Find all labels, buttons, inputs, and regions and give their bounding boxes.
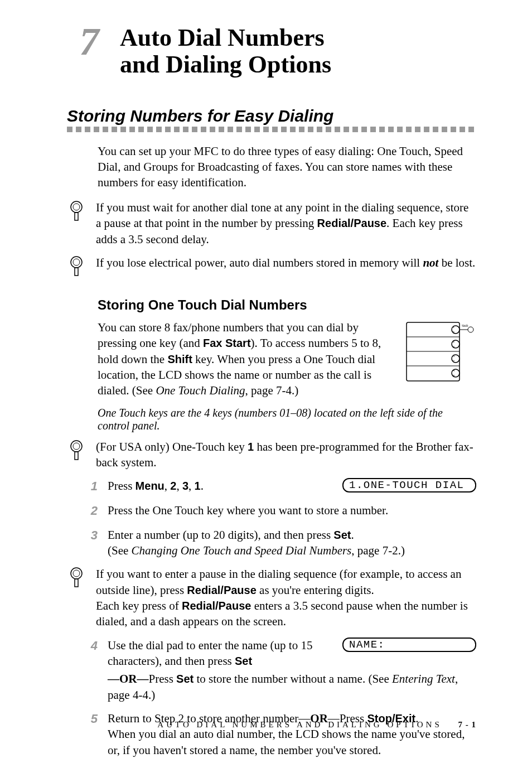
step-number: 1 (84, 478, 98, 495)
note-pause-entry-text: If you want to enter a pause in the dial… (96, 566, 476, 629)
chapter-title: Auto Dial Numbers and Dialing Options (120, 22, 331, 79)
note-pause-text: If you must wait for another dial tone a… (96, 200, 476, 247)
svg-point-23 (468, 327, 473, 332)
key-menu: Menu (136, 480, 165, 492)
ref: Changing One Touch and Speed Dial Number… (132, 544, 352, 557)
svg-text:Shift: Shift (462, 324, 468, 327)
step-number: 4 (84, 638, 98, 669)
chapter-title-line2: and Dialing Options (120, 51, 331, 78)
lightbulb-icon (67, 439, 86, 462)
txt: . (201, 479, 204, 492)
note-usa: (For USA only) One-Touch key 1 has been … (67, 439, 476, 471)
key-set: Set (235, 655, 252, 667)
key-3: 3 (182, 480, 188, 492)
footer-chapter: AUTO DIAL NUMBERS AND DIALING OPTIONS (157, 720, 442, 729)
txt: , page 7-2.) (351, 544, 405, 557)
section-rule (67, 127, 476, 132)
lcd-display: NAME: (342, 638, 476, 652)
svg-point-3 (71, 257, 82, 268)
page-number: 7 - 1 (458, 720, 477, 729)
txt: as you're entering digits. (257, 583, 374, 597)
txt: , (188, 479, 195, 492)
note-power: If you lose electrical power, auto dial … (67, 255, 476, 278)
txt: . (351, 528, 354, 542)
step-2-text: Press the One Touch key where you want t… (108, 503, 476, 518)
svg-point-25 (71, 441, 82, 452)
subheading: Storing One Touch Dial Numbers (98, 297, 476, 313)
step-1-text: Press Menu, 2, 3, 1. (108, 478, 342, 495)
svg-point-29 (73, 570, 80, 577)
txt: , (176, 479, 182, 492)
svg-text:6: 6 (453, 345, 454, 349)
txt: Press (108, 479, 136, 492)
step-3-text: Enter a number (up to 20 digits), and th… (108, 527, 476, 559)
key-1: 1 (248, 441, 254, 453)
keypad-illustration: 15 26 37 48 Shift (404, 320, 476, 386)
lightbulb-icon (67, 566, 86, 590)
ref: One Touch Dialing (156, 384, 245, 397)
or: —OR— (108, 672, 149, 685)
lcd-display: 1.ONE-TOUCH DIAL (342, 478, 476, 492)
note-usa-text: (For USA only) One-Touch key 1 has been … (96, 439, 476, 471)
key-1: 1 (195, 480, 201, 492)
note-power-text: If you lose electrical power, auto dial … (96, 255, 476, 271)
key-fax-start: Fax Start (203, 337, 251, 349)
svg-text:7: 7 (453, 360, 454, 363)
lightbulb-icon (67, 255, 86, 278)
step-4-text-cont: —OR—Press Set to store the number withou… (108, 671, 476, 703)
section-heading: Storing Numbers for Easy Dialing (67, 107, 476, 125)
step-4-text: Use the dial pad to enter the name (up t… (108, 638, 325, 669)
svg-rect-2 (75, 213, 78, 220)
svg-text:1: 1 (453, 325, 454, 329)
key-set: Set (333, 529, 351, 541)
key-redial-pause: Redial/Pause (317, 217, 387, 229)
txt: Each key press of (96, 599, 182, 612)
chapter-header: 7 Auto Dial Numbers and Dialing Options (67, 22, 476, 79)
note-pause-entry: If you want to enter a pause in the dial… (67, 566, 476, 629)
svg-text:5: 5 (453, 331, 454, 334)
svg-text:2: 2 (453, 340, 454, 343)
step-number: 2 (84, 503, 98, 519)
svg-text:4: 4 (453, 369, 454, 372)
step-4-row: 4 Use the dial pad to enter the name (up… (84, 638, 476, 669)
txt: be lost. (438, 256, 475, 269)
txt: (See (108, 544, 132, 557)
txt: , (165, 479, 171, 492)
svg-point-26 (73, 443, 80, 450)
chapter-number: 7 (67, 22, 112, 61)
one-touch-paragraph: You can store 8 fax/phone numbers that y… (98, 320, 393, 399)
step-number: 3 (84, 527, 98, 544)
svg-point-28 (71, 568, 82, 579)
svg-rect-27 (75, 452, 78, 460)
txt: , page 7-4.) (245, 384, 299, 397)
txt: When you dial an auto dial number, the L… (108, 727, 465, 756)
key-set: Set (176, 673, 194, 685)
svg-rect-30 (75, 579, 78, 587)
italic-note: One Touch keys are the 4 keys (numbers 0… (98, 407, 476, 432)
svg-text:3: 3 (453, 354, 454, 358)
step-1-row: 1 Press Menu, 2, 3, 1. 1.ONE-TOUCH DIAL (84, 478, 476, 495)
svg-point-0 (71, 201, 82, 213)
step-2-row: 2 Press the One Touch key where you want… (84, 503, 476, 519)
ref: Entering Text (392, 672, 455, 685)
txt: to store the number without a name. (See (194, 672, 392, 685)
step-3-row: 3 Enter a number (up to 20 digits), and … (84, 527, 476, 559)
svg-point-4 (73, 259, 80, 265)
step-5-row: 5 Return to Step 2 to store another numb… (84, 711, 476, 758)
key-shift: Shift (167, 353, 192, 365)
txt: Use the dial pad to enter the name (up t… (108, 639, 312, 668)
svg-rect-5 (75, 268, 78, 276)
page: 7 Auto Dial Numbers and Dialing Options … (0, 0, 532, 763)
page-footer: AUTO DIAL NUMBERS AND DIALING OPTIONS 7 … (0, 720, 532, 730)
chapter-title-line1: Auto Dial Numbers (120, 24, 325, 51)
step-5-text: Return to Step 2 to store another number… (108, 711, 476, 758)
txt: Press (149, 672, 177, 685)
txt: Enter a number (up to 20 digits), and th… (108, 528, 333, 542)
lightbulb-icon (67, 200, 86, 223)
txt: If you lose electrical power, auto dial … (96, 256, 423, 269)
step-4-cont: —OR—Press Set to store the number withou… (84, 671, 476, 703)
svg-point-1 (73, 204, 80, 210)
svg-text:8: 8 (453, 374, 454, 378)
key-2: 2 (170, 480, 176, 492)
emphasis: not (423, 256, 438, 269)
